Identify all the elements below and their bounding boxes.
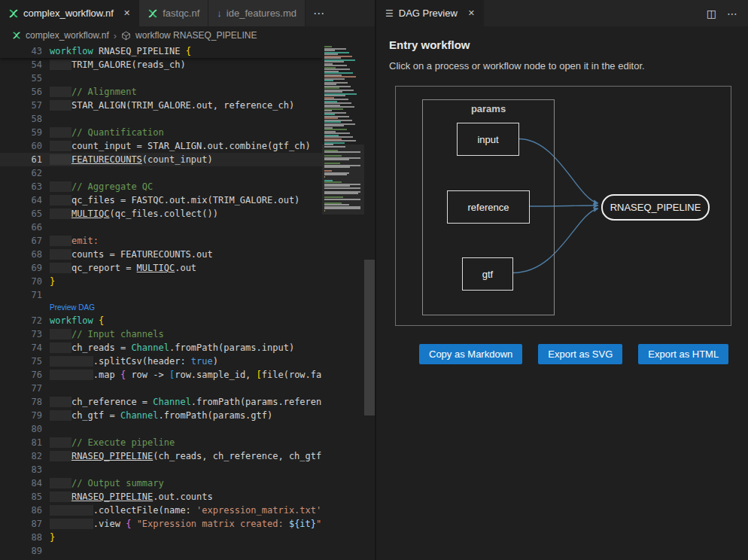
tab-dag-preview[interactable]: ☰ DAG Preview ✕	[376, 0, 484, 26]
tab-complex-workflow[interactable]: complex_workflow.nf ✕	[0, 0, 139, 26]
code-line: 72workflow {	[0, 314, 322, 327]
line-number: 61	[0, 153, 42, 166]
export-svg-button[interactable]: Export as SVG	[538, 344, 622, 364]
scrollbar-thumb[interactable]	[364, 260, 375, 415]
codelens-row[interactable]: Preview DAG	[0, 302, 322, 314]
line-number: 83	[0, 463, 42, 476]
line-number: 56	[0, 85, 42, 99]
preview-list-icon: ☰	[385, 8, 394, 19]
code-line: 70}	[0, 275, 322, 288]
code-line: 43workflow RNASEQ_PIPELINE {	[0, 44, 322, 58]
line-number: 71	[0, 288, 42, 302]
nextflow-icon	[12, 31, 21, 40]
line-number: 80	[0, 422, 42, 436]
code-line: 73 // Input channels	[0, 327, 322, 341]
tab-label: complex_workflow.nf	[23, 8, 114, 19]
line-number	[0, 302, 42, 314]
code-line: 87 .view { "Expression matrix created: $…	[0, 517, 322, 531]
code-line: 61 FEATURECOUNTS(count_input)	[0, 153, 322, 166]
panel-more-button[interactable]: ⋯	[727, 8, 737, 20]
close-icon[interactable]: ✕	[468, 8, 475, 18]
line-number: 70	[0, 275, 42, 288]
copy-markdown-button[interactable]: Copy as Markdown	[419, 344, 522, 364]
code-line: 65 MULTIQC(qc_files.collect())	[0, 207, 322, 221]
tab-ide-features[interactable]: ↓ ide_features.md	[208, 0, 306, 26]
line-number: 57	[0, 99, 42, 112]
node-input[interactable]: input	[457, 123, 519, 156]
code-line: 68 counts = FEATURECOUNTS.out	[0, 248, 322, 261]
params-group-label: params	[423, 103, 554, 114]
symbol-cube-icon	[121, 31, 131, 41]
code-line: 81 // Execute pipeline	[0, 436, 322, 449]
tab-label: fastqc.nf	[163, 8, 199, 19]
line-number: 54	[0, 58, 42, 72]
node-rnaseq-pipeline[interactable]: RNASEQ_PIPELINE	[601, 194, 710, 221]
panel-title: Entry workflow	[389, 38, 748, 51]
nextflow-icon	[8, 8, 19, 19]
tab-fastqc[interactable]: fastqc.nf	[139, 0, 208, 26]
line-number: 73	[0, 327, 42, 341]
export-html-button[interactable]: Export as HTML	[638, 344, 728, 364]
tab-more-button[interactable]: ⋯	[306, 0, 332, 26]
close-icon[interactable]: ✕	[123, 8, 130, 18]
dag-diagram: params input reference gtf RNASEQ_PIPELI…	[395, 86, 731, 326]
line-number: 62	[0, 166, 42, 180]
node-reference[interactable]: reference	[447, 190, 530, 224]
code-line: 80	[0, 422, 322, 436]
line-number: 68	[0, 248, 42, 261]
line-number: 81	[0, 436, 42, 449]
line-number: 87	[0, 517, 42, 531]
code-line: 62	[0, 166, 322, 180]
sticky-scroll-line[interactable]: 43workflow RNASEQ_PIPELINE {	[0, 44, 322, 58]
split-editor-icon[interactable]: ◫	[707, 8, 716, 20]
code-line: 77	[0, 382, 322, 395]
line-number: 86	[0, 504, 42, 517]
code-line: 79 ch_gtf = Channel.fromPath(params.gtf)	[0, 409, 322, 422]
code-line: 59 // Quantification	[0, 126, 322, 139]
code-line: 66	[0, 221, 322, 234]
dag-preview-pane: ☰ DAG Preview ✕ ◫ ⋯ Entry workflow Click…	[375, 0, 748, 560]
code-line: 58	[0, 112, 322, 126]
line-number: 76	[0, 368, 42, 382]
line-number: 67	[0, 234, 42, 248]
code-line: 75 .splitCsv(header: true)	[0, 355, 322, 368]
line-number: 69	[0, 261, 42, 275]
chevron-right-icon: ›	[114, 30, 117, 41]
line-number: 79	[0, 409, 42, 422]
panel-tabbar: ☰ DAG Preview ✕ ◫ ⋯	[376, 0, 748, 26]
tab-label: DAG Preview	[399, 8, 458, 19]
line-number: 75	[0, 355, 42, 368]
node-gtf[interactable]: gtf	[462, 257, 513, 291]
line-number: 84	[0, 476, 42, 490]
tab-label: ide_features.md	[227, 8, 296, 19]
code-line: 54 TRIM_GALORE(reads_ch)	[0, 58, 322, 72]
code-line: 57 STAR_ALIGN(TRIM_GALORE.out, reference…	[0, 99, 322, 112]
code-line: 85 RNASEQ_PIPELINE.out.counts	[0, 490, 322, 504]
line-number: 64	[0, 193, 42, 207]
ide-window: complex_workflow.nf ✕ fastqc.nf ↓ ide_fe…	[0, 0, 748, 560]
line-number: 43	[0, 44, 42, 58]
markdown-icon: ↓	[217, 8, 222, 19]
line-number: 85	[0, 490, 42, 504]
export-buttons: Copy as Markdown Export as SVG Export as…	[419, 344, 748, 364]
code-editor[interactable]: 43workflow RNASEQ_PIPELINE { 54 TRIM_GAL…	[0, 44, 375, 560]
scrollbar[interactable]	[364, 44, 375, 560]
breadcrumb-file[interactable]: complex_workflow.nf	[26, 30, 109, 41]
code-line: 67 emit:	[0, 234, 322, 248]
codelens-preview-dag[interactable]: Preview DAG	[42, 302, 95, 314]
code-line: 83	[0, 463, 322, 476]
code-line: 71	[0, 288, 322, 302]
code-lines: 54 TRIM_GALORE(reads_ch)5556 // Alignmen…	[0, 58, 322, 558]
line-number: 74	[0, 341, 42, 355]
editor-pane: complex_workflow.nf ✕ fastqc.nf ↓ ide_fe…	[0, 0, 375, 560]
minimap[interactable]	[322, 44, 364, 560]
code-line: 78 ch_reference = Channel.fromPath(param…	[0, 395, 322, 409]
line-number: 66	[0, 221, 42, 234]
breadcrumb-symbol[interactable]: workflow RNASEQ_PIPELINE	[135, 30, 257, 41]
panel-body: Entry workflow Click on a process or wor…	[376, 26, 748, 560]
line-number: 89	[0, 544, 42, 558]
code-line: 69 qc_report = MULTIQC.out	[0, 261, 322, 275]
line-number: 77	[0, 382, 42, 395]
line-number: 55	[0, 72, 42, 85]
line-number: 88	[0, 531, 42, 544]
